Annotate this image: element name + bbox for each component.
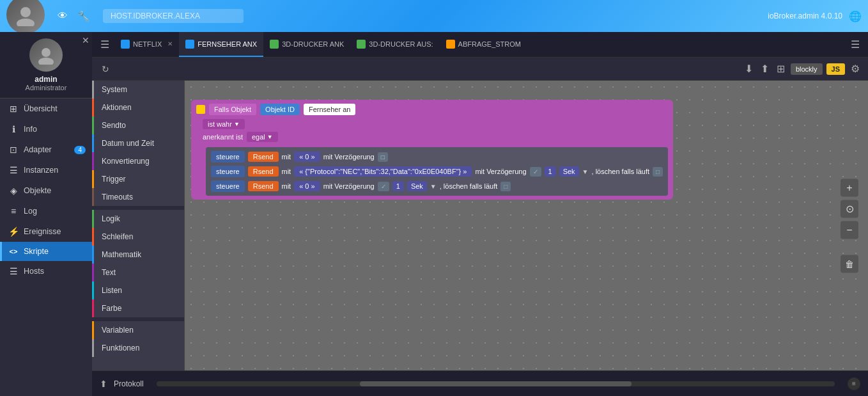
rsend-var-1[interactable]: Rsend — [248, 152, 279, 162]
blockly-canvas[interactable]: Falls Objekt Objekt ID Fernseher an ist … — [185, 81, 868, 370]
block-icon — [196, 105, 205, 114]
palette-text[interactable]: Text — [92, 264, 184, 281]
upload-icon[interactable]: ⬆ — [759, 61, 771, 77]
trash-btn[interactable]: 🗑 — [841, 255, 858, 273]
sidebar-label-skripte: Skripte — [24, 247, 49, 256]
rsend-var-3[interactable]: Rsend — [248, 181, 279, 191]
palette-logik[interactable]: Logik — [92, 210, 184, 228]
egal-dropdown[interactable]: egal ▼ — [247, 132, 278, 142]
sidebar-item-info[interactable]: ℹ Info — [0, 119, 92, 139]
steuere-label-1: steuere — [211, 151, 245, 162]
instanzen-icon: ☰ — [8, 165, 19, 175]
sidebar-label-instanzen: Instanzen — [24, 166, 58, 175]
svg-point-0 — [20, 7, 31, 17]
rsend-var-2[interactable]: Rsend — [248, 166, 279, 177]
top-bar-right: ioBroker.admin 4.0.10 🌐 — [768, 10, 862, 22]
val-1-3[interactable]: 1 — [392, 181, 404, 191]
globe-icon[interactable]: 🌐 — [849, 10, 862, 22]
hamburger-icon[interactable]: ☰ — [95, 38, 114, 51]
blockly-palette: System Aktionen Sendto Datum und Zeit Ko… — [92, 81, 185, 370]
palette-konv[interactable]: Konvertierung — [92, 152, 184, 170]
val-1-2[interactable]: 1 — [545, 166, 556, 177]
sek-2[interactable]: Sek — [559, 166, 579, 177]
sidebar-item-ereignisse[interactable]: ⚡ Ereignisse — [0, 221, 92, 242]
fernseher-value[interactable]: Fernseher an — [304, 104, 355, 115]
tab-3d-drucker-aus[interactable]: 3D-DRUCKER AUS: — [350, 32, 439, 57]
blockly-btn[interactable]: blockly — [791, 63, 823, 75]
palette-sendto[interactable]: Sendto — [92, 116, 184, 134]
zoom-in-btn[interactable]: + — [841, 178, 858, 196]
tab-netflix[interactable]: NETFLIX ✕ — [114, 32, 179, 57]
tabs-more-icon[interactable]: ☰ — [846, 38, 865, 51]
settings-icon[interactable]: ⚙ — [849, 61, 862, 77]
block-falls-objekt[interactable]: Falls Objekt Objekt ID Fernseher an ist … — [191, 100, 673, 200]
hosts-icon: ☰ — [8, 266, 19, 276]
sidebar-item-skripte[interactable]: <> Skripte — [0, 242, 92, 261]
horizontal-scrollbar[interactable] — [157, 381, 835, 386]
grid-view-icon[interactable]: ⊞ — [775, 61, 787, 77]
palette-timeouts[interactable]: Timeouts — [92, 188, 184, 206]
sidebar-item-ubersicht[interactable]: ⊞ Übersicht — [0, 99, 92, 119]
palette-schleifen[interactable]: Schleifen — [92, 228, 184, 246]
wrench-icon[interactable]: 🔧 — [77, 10, 90, 22]
check-2[interactable]: ✓ — [530, 167, 541, 177]
palette-vars[interactable]: Variablen — [92, 321, 184, 339]
zoom-reset-btn[interactable]: ⊙ — [841, 200, 858, 218]
check-3[interactable]: □ — [653, 167, 663, 177]
tabs-bar: ☰ NETFLIX ✕ FERNSEHER ANX 3D-DRUCKER ANK… — [92, 32, 868, 58]
mit-label-2: mit — [282, 168, 291, 175]
palette-listen[interactable]: Listen — [92, 281, 184, 299]
loeschen-label-2: , löschen falls läuft — [592, 168, 650, 175]
tab-3d-drucker-an[interactable]: 3D-DRUCKER ANK — [263, 32, 350, 57]
steuere-row-2: steuere Rsend mit « {"Protocol":"NEC","B… — [211, 166, 663, 177]
sek-3[interactable]: Sek — [407, 181, 427, 191]
tab-close-netflix[interactable]: ✕ — [167, 40, 173, 47]
ist-wahr-label: ist wahr ▼ — [203, 119, 245, 129]
check-5[interactable]: □ — [500, 182, 511, 191]
sidebar-item-log[interactable]: ≡ Log — [0, 201, 92, 221]
log-nav-icon: ⬆ — [100, 379, 107, 389]
sidebar-item-objekte[interactable]: ◈ Objekte — [0, 180, 92, 201]
val-protocol[interactable]: « {"Protocol":"NEC","Bits":32,"Data":"0x… — [294, 166, 472, 177]
palette-trigger[interactable]: Trigger — [92, 170, 184, 188]
sidebar-role: Administrator — [26, 84, 67, 91]
objekte-icon: ◈ — [8, 186, 19, 196]
tab-icon-fernseher — [185, 40, 194, 49]
scrollbar-thumb[interactable] — [360, 381, 632, 386]
log-settings-btn[interactable]: ≡ — [848, 377, 860, 390]
blocks-container: Falls Objekt Objekt ID Fernseher an ist … — [191, 100, 673, 200]
tab-fernseher[interactable]: FERNSEHER ANX — [179, 32, 263, 57]
sidebar-item-instanzen[interactable]: ☰ Instanzen — [0, 160, 92, 180]
palette-farbe[interactable]: Farbe — [92, 299, 184, 317]
refresh-btn[interactable]: ↻ — [98, 62, 112, 76]
zoom-controls: + ⊙ − 🗑 — [841, 178, 858, 273]
top-bar-left: 👁 🔧 HOST.IDBROKER.ALEXA — [6, 0, 244, 37]
zoom-out-btn[interactable]: − — [841, 221, 858, 239]
download-icon[interactable]: ⬇ — [743, 61, 755, 77]
tab-abfrage-strom[interactable]: ABFRAGE_STROM — [440, 32, 527, 57]
url-bar[interactable]: HOST.IDBROKER.ALEXA — [103, 9, 244, 23]
palette-datetime[interactable]: Datum und Zeit — [92, 134, 184, 152]
sidebar: admin Administrator ✕ ⊞ Übersicht ℹ Info… — [0, 32, 92, 396]
val-0-3[interactable]: « 0 » — [294, 181, 320, 191]
sidebar-user: admin Administrator — [0, 32, 92, 99]
sidebar-item-hosts[interactable]: ☰ Hosts — [0, 261, 92, 281]
palette-funcs[interactable]: Funktionen — [92, 339, 184, 357]
falls-objekt-label: Falls Objekt — [209, 104, 256, 115]
check-1[interactable]: □ — [378, 152, 388, 162]
log-label: Protokoll — [114, 379, 144, 388]
check-4[interactable]: ✓ — [378, 182, 389, 191]
val-0-1[interactable]: « 0 » — [294, 152, 320, 162]
adapter-badge: 4 — [74, 146, 86, 154]
tab-icon-3d-aus — [357, 40, 366, 49]
steuere-label-2: steuere — [211, 166, 245, 177]
sidebar-item-adapter[interactable]: ⊡ Adapter 4 — [0, 139, 92, 160]
palette-aktionen[interactable]: Aktionen — [92, 99, 184, 116]
tab-icon-3d-an — [270, 40, 279, 49]
eye-icon[interactable]: 👁 — [58, 10, 68, 22]
palette-math[interactable]: Mathematik — [92, 246, 184, 264]
palette-system[interactable]: System — [92, 81, 184, 99]
svg-point-3 — [38, 58, 54, 65]
close-sidebar-btn[interactable]: ✕ — [82, 35, 89, 45]
js-btn[interactable]: JS — [826, 63, 845, 75]
